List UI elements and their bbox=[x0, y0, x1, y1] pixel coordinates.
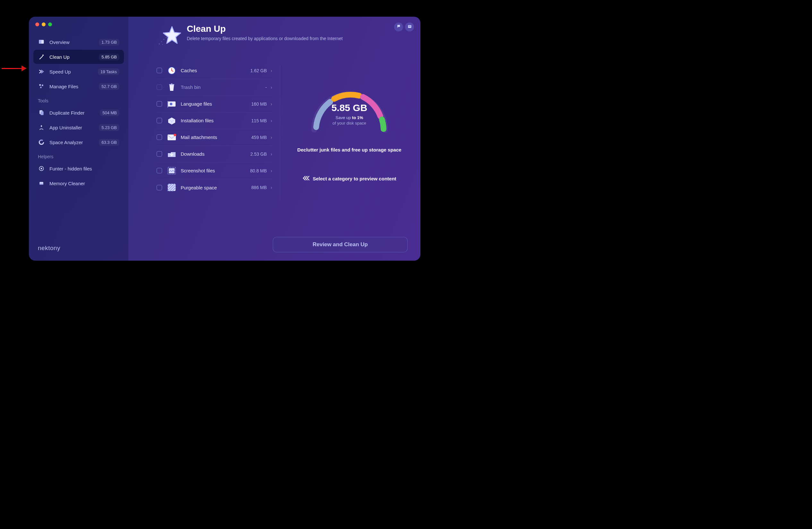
box-icon bbox=[167, 116, 176, 125]
category-label: Downloads bbox=[181, 151, 250, 157]
sidebar-item-speedup[interactable]: Speed Up 19 Tasks bbox=[33, 65, 124, 78]
category-checkbox[interactable] bbox=[157, 151, 162, 157]
sidebar-item-memory-cleaner[interactable]: Memory Cleaner bbox=[33, 176, 124, 190]
svg-point-21 bbox=[166, 37, 166, 38]
category-row-installation[interactable]: Installation files 115 MB › bbox=[157, 112, 272, 129]
svg-rect-29 bbox=[168, 101, 168, 108]
wand-icon bbox=[38, 53, 45, 60]
news-button[interactable] bbox=[405, 23, 414, 31]
category-label: Installation files bbox=[181, 118, 251, 123]
category-label: Mail attachments bbox=[181, 134, 251, 140]
svg-marker-22 bbox=[163, 27, 181, 43]
fullscreen-window-button[interactable] bbox=[48, 23, 52, 26]
sidebar: Overview 1.73 GB Clean Up 5.85 GB Speed … bbox=[29, 17, 128, 261]
image-icon bbox=[167, 166, 176, 175]
minimize-window-button[interactable] bbox=[42, 23, 46, 26]
clock-icon bbox=[167, 66, 176, 75]
svg-point-19 bbox=[163, 39, 164, 40]
news-icon bbox=[407, 24, 412, 30]
window-controls bbox=[29, 23, 128, 35]
sidebar-item-badge: 52.7 GB bbox=[99, 83, 119, 90]
app-window: Overview 1.73 GB Clean Up 5.85 GB Speed … bbox=[29, 17, 420, 261]
chevron-right-icon: › bbox=[271, 118, 272, 123]
sidebar-item-label: Speed Up bbox=[49, 69, 98, 74]
category-checkbox[interactable] bbox=[157, 168, 162, 173]
category-row-caches[interactable]: Caches 1.62 GB › bbox=[157, 62, 272, 79]
category-row-mail[interactable]: Mail attachments 459 MB › bbox=[157, 129, 272, 146]
sidebar-item-label: Clean Up bbox=[49, 54, 99, 60]
chevron-right-icon: › bbox=[271, 85, 272, 90]
sidebar-item-duplicate-finder[interactable]: Duplicate Finder 504 MB bbox=[33, 105, 124, 120]
sidebar-item-cleanup[interactable]: Clean Up 5.85 GB bbox=[33, 50, 124, 64]
category-label: Language files bbox=[181, 101, 251, 106]
vertical-divider bbox=[280, 66, 280, 200]
sidebar-item-label: Overview bbox=[49, 40, 99, 45]
cleanup-star-icon bbox=[154, 24, 180, 49]
chevron-right-icon: › bbox=[271, 168, 272, 173]
category-size: 459 MB bbox=[251, 135, 267, 140]
category-size: - bbox=[265, 85, 267, 90]
svg-rect-7 bbox=[41, 111, 44, 115]
svg-point-17 bbox=[159, 44, 160, 45]
chat-button[interactable] bbox=[394, 23, 403, 31]
sidebar-section-tools: Tools bbox=[29, 94, 128, 105]
sidebar-item-managefiles[interactable]: Manage Files 52.7 GB bbox=[33, 79, 124, 94]
gauge-subline: of your disk space bbox=[301, 121, 398, 126]
target-icon bbox=[38, 165, 45, 172]
category-checkbox[interactable] bbox=[157, 84, 162, 90]
sidebar-section-helpers: Helpers bbox=[29, 149, 128, 161]
sidebar-item-badge: 63.3 GB bbox=[99, 139, 119, 146]
category-checkbox[interactable] bbox=[157, 118, 162, 123]
category-row-language[interactable]: Language files 160 MB › bbox=[157, 96, 272, 112]
category-size: 80.8 MB bbox=[250, 168, 267, 173]
category-checkbox[interactable] bbox=[157, 185, 162, 190]
chevron-right-icon: › bbox=[271, 185, 272, 190]
svg-rect-16 bbox=[409, 26, 410, 27]
category-checkbox[interactable] bbox=[157, 68, 162, 73]
flag-icon bbox=[167, 100, 176, 109]
svg-point-3 bbox=[39, 84, 41, 86]
category-row-trash[interactable]: Trash bin - › bbox=[157, 79, 272, 96]
category-size: 160 MB bbox=[251, 101, 267, 106]
category-size: 886 MB bbox=[251, 185, 267, 190]
category-size: 1.62 GB bbox=[250, 68, 267, 73]
svg-point-18 bbox=[161, 41, 162, 42]
sidebar-item-overview[interactable]: Overview 1.73 GB bbox=[33, 35, 124, 49]
sidebar-item-label: Memory Cleaner bbox=[49, 181, 119, 186]
category-row-screenshots[interactable]: Screenshot files 80.8 MB › bbox=[157, 162, 272, 179]
stripes-icon bbox=[167, 183, 176, 192]
svg-point-2 bbox=[42, 55, 44, 56]
chevron-right-icon: › bbox=[271, 135, 272, 140]
brand-logo: nektony bbox=[29, 245, 128, 256]
category-label: Screenshot files bbox=[181, 168, 250, 173]
sidebar-item-label: Duplicate Finder bbox=[49, 110, 100, 116]
category-checkbox[interactable] bbox=[157, 134, 162, 140]
review-and-cleanup-button[interactable]: Review and Clean Up bbox=[273, 237, 408, 252]
sidebar-item-badge: 504 MB bbox=[100, 110, 119, 116]
category-row-downloads[interactable]: Downloads 2.53 GB › bbox=[157, 146, 272, 162]
gauge-save-line: Save up to 1% bbox=[301, 115, 398, 120]
sidebar-item-app-uninstaller[interactable]: App Uninstaller 5.23 GB bbox=[33, 120, 124, 134]
gauge-message: Declutter junk files and free up storage… bbox=[297, 147, 401, 153]
sidebar-item-label: Manage Files bbox=[49, 84, 99, 89]
sidebar-item-badge: 5.23 GB bbox=[99, 124, 119, 131]
chat-icon bbox=[396, 24, 401, 30]
pie-icon bbox=[38, 139, 45, 146]
sidebar-item-funter[interactable]: Funter - hidden files bbox=[33, 161, 124, 175]
chevron-right-icon: › bbox=[271, 152, 272, 157]
chevrons-left-icon bbox=[302, 175, 309, 182]
sidebar-item-badge: 1.73 GB bbox=[99, 39, 119, 46]
gauge-total: 5.85 GB bbox=[301, 102, 398, 113]
svg-rect-13 bbox=[40, 184, 43, 185]
close-window-button[interactable] bbox=[35, 23, 39, 26]
callout-arrow bbox=[2, 63, 27, 73]
category-checkbox[interactable] bbox=[157, 101, 162, 106]
category-row-purgeable[interactable]: Purgeable space 886 MB › bbox=[157, 179, 272, 196]
category-size: 115 MB bbox=[251, 118, 267, 123]
svg-point-4 bbox=[42, 84, 43, 86]
svg-point-28 bbox=[170, 103, 172, 105]
sidebar-item-badge: 5.85 GB bbox=[99, 54, 119, 60]
category-list: Caches 1.62 GB › Trash bin - › bbox=[157, 62, 272, 230]
sidebar-item-space-analyzer[interactable]: Space Analyzer 63.3 GB bbox=[33, 135, 124, 149]
sidebar-item-label: Space Analyzer bbox=[49, 140, 99, 145]
